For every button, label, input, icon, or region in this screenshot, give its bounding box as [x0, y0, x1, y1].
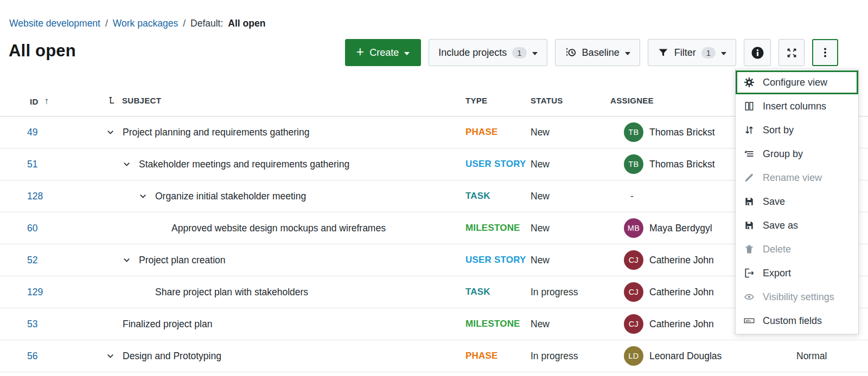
work-package-id-link[interactable]: 56	[27, 351, 37, 362]
work-package-id-link[interactable]: 129	[27, 287, 43, 298]
subject-text: Finalized project plan	[123, 319, 212, 330]
type-cell[interactable]: USER STORY	[465, 159, 526, 170]
svg-text:abc: abc	[745, 319, 751, 322]
toolbar: + Create Include projects 1 Baseline Fil…	[345, 39, 838, 66]
status-cell[interactable]: New	[531, 223, 550, 234]
collapse-chevron-icon[interactable]	[106, 128, 123, 137]
type-cell[interactable]: MILESTONE	[465, 223, 520, 234]
status-cell[interactable]: New	[531, 159, 550, 170]
subject-text: Project planning and requirements gather…	[123, 127, 309, 138]
chevron-down-icon	[404, 52, 410, 55]
column-header-assignee[interactable]: ASSIGNEE	[610, 96, 654, 105]
subject-text: Share project plan with stakeholders	[155, 287, 308, 298]
assignee-name: Maya Berdygyl	[649, 223, 712, 234]
subject-cell[interactable]: Design and Prototyping	[106, 351, 221, 362]
create-button[interactable]: + Create	[345, 39, 422, 66]
status-cell[interactable]: New	[531, 319, 550, 330]
breadcrumb-separator: /	[105, 18, 108, 29]
assignee-cell[interactable]: MB Maya Berdygyl	[624, 218, 712, 238]
status-cell[interactable]: New	[531, 191, 550, 202]
work-package-id-link[interactable]: 53	[27, 319, 37, 330]
collapse-chevron-icon[interactable]	[123, 256, 139, 264]
save-icon	[744, 220, 755, 231]
more-menu-button[interactable]	[812, 39, 838, 66]
kebab-menu-icon	[819, 47, 831, 59]
info-button[interactable]	[744, 39, 771, 66]
baseline-label: Baseline	[582, 47, 620, 59]
status-cell[interactable]: In progress	[531, 351, 578, 362]
breadcrumb-current-view: All open	[228, 18, 265, 29]
subject-cell[interactable]: Stakeholder meetings and requirements ga…	[106, 159, 349, 170]
status-cell[interactable]: In progress	[531, 287, 578, 298]
work-package-id-link[interactable]: 60	[27, 223, 37, 234]
menu-item-rename-view[interactable]: Rename view	[736, 166, 858, 190]
pencil-icon	[744, 172, 755, 183]
menu-item-sort-by[interactable]: Sort by	[736, 118, 858, 142]
subject-cell[interactable]: Project planning and requirements gather…	[106, 127, 309, 138]
type-cell[interactable]: USER STORY	[465, 255, 526, 265]
assignee-cell[interactable]: LD Leonard Douglas	[624, 346, 722, 366]
work-package-id-link[interactable]: 128	[27, 191, 43, 202]
assignee-name: Catherine John	[649, 287, 714, 298]
fullscreen-button[interactable]	[778, 39, 805, 66]
work-package-id-link[interactable]: 52	[27, 255, 37, 266]
column-header-subject[interactable]: SUBJECT	[108, 96, 161, 105]
assignee-cell[interactable]: CJ Catherine John	[624, 250, 714, 270]
include-projects-button[interactable]: Include projects 1	[429, 39, 547, 66]
breadcrumb-project-link[interactable]: Website development	[9, 18, 100, 29]
type-cell[interactable]: PHASE	[465, 351, 498, 361]
subject-text: Stakeholder meetings and requirements ga…	[139, 159, 349, 170]
column-header-type[interactable]: TYPE	[465, 96, 487, 105]
menu-item-save-as[interactable]: Save as	[736, 213, 858, 237]
menu-item-save[interactable]: Save	[736, 190, 858, 213]
type-cell[interactable]: MILESTONE	[465, 319, 520, 329]
subject-cell[interactable]: Approved website design mockups and wire…	[106, 223, 386, 234]
menu-item-group-by[interactable]: Group by	[736, 142, 858, 166]
columns-icon	[744, 101, 755, 112]
menu-item-label: Group by	[763, 148, 803, 160]
assignee-cell-empty[interactable]: -	[630, 191, 634, 202]
status-cell[interactable]: New	[531, 255, 550, 266]
assignee-cell[interactable]: CJ Catherine John	[624, 314, 714, 334]
collapse-chevron-icon[interactable]	[106, 352, 123, 360]
type-cell[interactable]: TASK	[465, 287, 490, 297]
assignee-cell[interactable]: TB Thomas Brickst	[624, 122, 715, 142]
work-package-id-link[interactable]: 51	[27, 159, 37, 170]
menu-item-configure-view[interactable]: Configure view	[736, 70, 858, 94]
type-cell[interactable]: PHASE	[465, 127, 498, 138]
menu-item-custom-fields[interactable]: abc Custom fields	[736, 309, 858, 333]
column-header-status[interactable]: STATUS	[531, 96, 563, 105]
breadcrumb-work-packages-link[interactable]: Work packages	[113, 18, 178, 29]
work-package-id-link[interactable]: 49	[27, 127, 37, 138]
avatar: MB	[624, 218, 643, 238]
chevron-down-icon	[721, 52, 726, 55]
menu-item-insert-columns[interactable]: Insert columns	[736, 94, 858, 118]
subject-cell[interactable]: Organize initial stakeholder meeting	[106, 191, 306, 202]
include-projects-count-badge: 1	[512, 47, 526, 59]
subject-cell[interactable]: Share project plan with stakeholders	[106, 287, 308, 298]
filter-label: Filter	[674, 47, 696, 59]
priority-cell[interactable]: Normal	[796, 351, 827, 362]
type-cell[interactable]: TASK	[465, 191, 490, 202]
filter-count-badge: 1	[701, 47, 716, 59]
subject-text: Project plan creation	[139, 255, 226, 266]
menu-item-visibility-settings[interactable]: Visibility settings	[736, 285, 858, 309]
table-row[interactable]: 56 Design and Prototyping PHASE In progr…	[0, 340, 868, 372]
avatar: LD	[624, 346, 643, 366]
subject-cell[interactable]: Project plan creation	[106, 255, 226, 266]
save-icon	[744, 196, 755, 207]
collapse-chevron-icon[interactable]	[123, 160, 139, 168]
collapse-chevron-icon[interactable]	[139, 192, 155, 200]
gear-icon	[744, 77, 755, 88]
assignee-cell[interactable]: CJ Catherine John	[624, 282, 714, 302]
subject-cell[interactable]: Finalized project plan	[106, 319, 212, 330]
menu-item-delete[interactable]: Delete	[736, 237, 858, 261]
column-header-id[interactable]: ID ↑	[30, 96, 49, 107]
status-cell[interactable]: New	[531, 127, 550, 138]
filter-button[interactable]: Filter 1	[648, 39, 736, 66]
breadcrumb-default-prefix: Default:	[190, 18, 223, 29]
baseline-button[interactable]: Baseline	[555, 39, 640, 66]
menu-item-export[interactable]: Export	[736, 261, 858, 285]
assignee-cell[interactable]: TB Thomas Brickst	[624, 154, 715, 174]
hierarchy-icon	[108, 96, 116, 105]
